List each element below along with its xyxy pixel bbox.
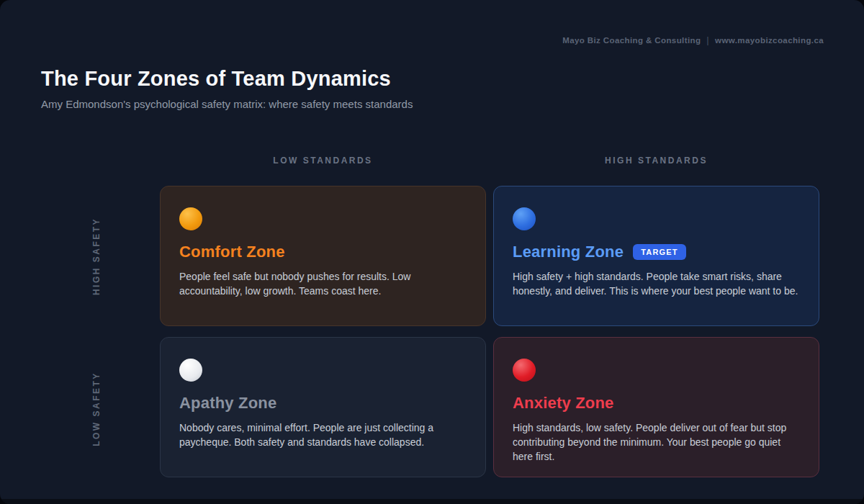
infographic-canvas: Mayo Biz Coaching & Consulting | www.may… (0, 0, 864, 504)
zone-card-anxiety: Anxiety Zone High standards, low safety.… (493, 337, 819, 477)
row-label-high-safety: HIGH SAFETY (91, 184, 106, 328)
zone-card-learning: Learning Zone TARGET High safety + high … (493, 186, 819, 326)
learning-zone-dot-icon (513, 207, 536, 230)
column-label-low-standards: LOW STANDARDS (160, 156, 486, 166)
page-title: The Four Zones of Team Dynamics (41, 67, 391, 91)
page-subtitle: Amy Edmondson's psychological safety mat… (41, 98, 413, 110)
anxiety-zone-title: Anxiety Zone (513, 394, 614, 413)
apathy-zone-description: Nobody cares, minimal effort. People are… (179, 420, 467, 449)
comfort-zone-dot-icon (179, 207, 202, 230)
learning-zone-title: Learning Zone (513, 243, 624, 261)
zone-card-apathy: Apathy Zone Nobody cares, minimal effort… (160, 337, 486, 477)
learning-zone-description: High safety + high standards. People tak… (513, 269, 800, 298)
zone-card-comfort: Comfort Zone People feel safe but nobody… (160, 186, 486, 326)
target-badge: TARGET (633, 244, 686, 260)
apathy-zone-dot-icon (179, 359, 202, 382)
anxiety-zone-dot-icon (513, 359, 536, 382)
comfort-zone-title: Comfort Zone (179, 243, 285, 261)
quadrant-grid: Comfort Zone People feel safe but nobody… (160, 186, 819, 477)
branding-company: Mayo Biz Coaching & Consulting (562, 36, 701, 45)
row-label-low-safety: LOW SAFETY (91, 337, 106, 481)
column-label-high-standards: HIGH STANDARDS (493, 156, 819, 166)
apathy-zone-title: Apathy Zone (179, 394, 276, 413)
anxiety-zone-description: High standards, low safety. People deliv… (513, 420, 800, 464)
bottom-edge-strip (0, 499, 864, 504)
comfort-zone-description: People feel safe but nobody pushes for r… (179, 269, 467, 298)
branding: Mayo Biz Coaching & Consulting | www.may… (562, 35, 824, 45)
branding-website: www.mayobizcoaching.ca (715, 36, 824, 45)
branding-separator: | (706, 35, 709, 45)
